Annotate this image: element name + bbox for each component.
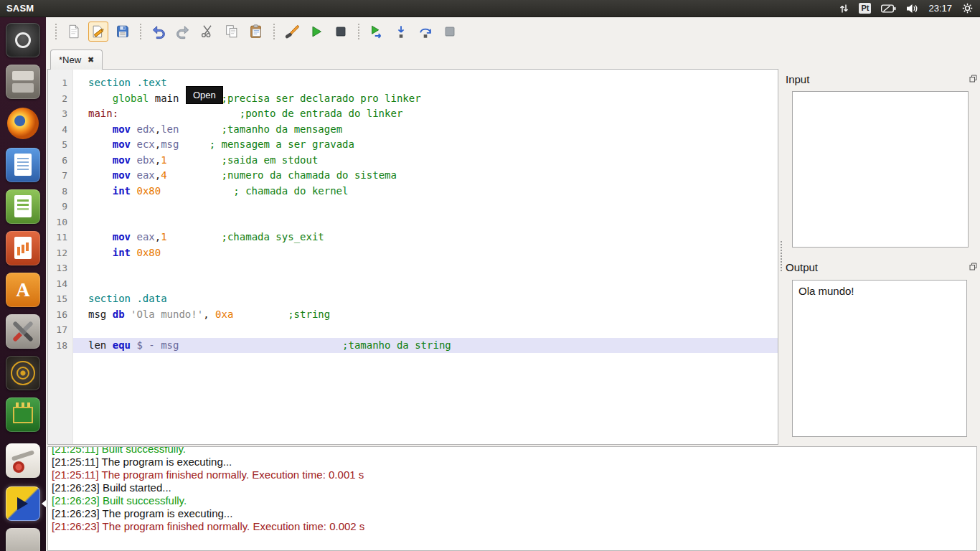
keyboard-layout-indicator[interactable]: Pt bbox=[859, 3, 871, 14]
code-editor[interactable]: 1section .text2 global main ;precisa ser… bbox=[47, 69, 778, 445]
copy-button[interactable] bbox=[222, 22, 242, 42]
editor-line-16[interactable]: 16msg db 'Ola mundo!', 0xa ;string bbox=[48, 307, 778, 323]
launcher-item-sasm[interactable] bbox=[6, 486, 40, 521]
keyboard-arrows-icon[interactable] bbox=[839, 4, 849, 14]
editor-line-10[interactable]: 10 bbox=[48, 215, 778, 230]
editor-line-12[interactable]: 12 int 0x80 bbox=[48, 245, 778, 261]
code-text: main: ;ponto de entrada do linker bbox=[73, 106, 778, 122]
paste-button[interactable] bbox=[246, 22, 266, 42]
line-number[interactable]: 13 bbox=[48, 260, 73, 276]
launcher-item-hidden-app[interactable] bbox=[6, 528, 40, 551]
line-number[interactable]: 18 bbox=[48, 338, 73, 354]
program-output-box[interactable]: Ola mundo! bbox=[792, 280, 967, 437]
vertical-splitter[interactable] bbox=[778, 69, 784, 443]
save-file-button[interactable] bbox=[113, 22, 133, 42]
toolbar-grip bbox=[273, 24, 275, 39]
redo-icon bbox=[175, 24, 191, 39]
line-number[interactable]: 2 bbox=[48, 91, 73, 107]
undo-button[interactable] bbox=[149, 22, 169, 42]
code-text: section .text bbox=[73, 75, 778, 91]
detach-input-icon[interactable] bbox=[969, 75, 977, 83]
launcher-item-target-app[interactable] bbox=[6, 356, 40, 390]
editor-line-4[interactable]: 4 mov edx,len ;tamanho da mensagem bbox=[48, 122, 778, 138]
editor-line-17[interactable]: 17 bbox=[48, 322, 778, 338]
log-line: [21:25:11] The program is executing... bbox=[52, 456, 973, 468]
launcher-item-text-editor[interactable] bbox=[6, 148, 40, 182]
launcher-item-file-manager[interactable] bbox=[6, 65, 40, 99]
code-text: mov ebx,1 ;saida em stdout bbox=[73, 153, 778, 169]
launcher-item-hardware-app[interactable] bbox=[6, 397, 40, 432]
new-file-icon bbox=[66, 24, 82, 39]
editor-line-1[interactable]: 1section .text bbox=[48, 75, 778, 91]
line-number[interactable]: 5 bbox=[48, 137, 73, 153]
build-log-box[interactable]: [21:25:11] Built successfully.[21:25:11]… bbox=[47, 446, 977, 551]
editor-line-11[interactable]: 11 mov eax,1 ;chamada sys_exit bbox=[48, 230, 778, 245]
line-number[interactable]: 6 bbox=[48, 153, 73, 169]
line-number[interactable]: 3 bbox=[48, 106, 73, 122]
launcher-item-system-settings[interactable] bbox=[6, 314, 40, 349]
program-input-box[interactable] bbox=[792, 91, 969, 248]
volume-icon[interactable] bbox=[906, 4, 918, 14]
editor-line-3[interactable]: 3main: ;ponto de entrada do linker bbox=[48, 106, 778, 122]
launcher-item-libreoffice-impress[interactable] bbox=[6, 231, 40, 265]
editor-line-15[interactable]: 15section .data bbox=[48, 291, 778, 307]
stop-button[interactable] bbox=[331, 22, 351, 42]
open-file-button[interactable] bbox=[88, 22, 108, 42]
editor-line-14[interactable]: 14 bbox=[48, 276, 778, 292]
line-number[interactable]: 16 bbox=[48, 307, 73, 323]
clock[interactable]: 23:17 bbox=[928, 3, 952, 14]
editor-line-2[interactable]: 2 global main ;precisa ser declarado pro… bbox=[48, 91, 778, 107]
step-into-button[interactable] bbox=[391, 22, 411, 42]
launcher-item-documents-app[interactable] bbox=[6, 443, 40, 478]
toolbar-grip bbox=[140, 24, 141, 39]
log-line: [21:25:11] Built successfully. bbox=[52, 446, 973, 456]
code-text bbox=[73, 260, 778, 276]
io-panel: Input Output Ola mundo! bbox=[784, 69, 980, 443]
line-number[interactable]: 8 bbox=[48, 184, 73, 199]
editor-line-6[interactable]: 6 mov ebx,1 ;saida em stdout bbox=[48, 153, 778, 169]
battery-icon[interactable] bbox=[881, 4, 896, 13]
editor-line-5[interactable]: 5 mov ecx,msg ; mensagem a ser gravada bbox=[48, 137, 778, 153]
detach-output-icon[interactable] bbox=[969, 263, 977, 270]
code-text: int 0x80 bbox=[73, 245, 778, 261]
launcher-item-font-viewer[interactable]: A bbox=[6, 273, 40, 307]
build-button[interactable] bbox=[282, 22, 302, 42]
line-number[interactable]: 14 bbox=[48, 276, 73, 292]
log-line: [21:26:23] The program is executing... bbox=[52, 507, 973, 520]
log-line: [21:26:23] Build started... bbox=[52, 481, 973, 494]
editor-line-18[interactable]: 18len equ $ - msg ;tamanho da string bbox=[48, 338, 778, 354]
line-number[interactable]: 10 bbox=[48, 215, 73, 230]
line-number[interactable]: 9 bbox=[48, 199, 73, 215]
line-number[interactable]: 7 bbox=[48, 168, 73, 184]
new-file-button[interactable] bbox=[64, 22, 84, 42]
line-number[interactable]: 11 bbox=[48, 230, 73, 245]
code-text bbox=[73, 215, 778, 230]
editor-line-7[interactable]: 7 mov eax,4 ;numero da chamada do sistem… bbox=[48, 168, 778, 184]
step-over-button[interactable] bbox=[415, 22, 435, 42]
stop-debug-button[interactable] bbox=[440, 22, 460, 42]
launcher-item-libreoffice-calc[interactable] bbox=[6, 189, 40, 224]
line-number[interactable]: 15 bbox=[48, 291, 73, 307]
code-text: mov ecx,msg ; mensagem a ser gravada bbox=[73, 137, 778, 153]
editor-line-8[interactable]: 8 int 0x80 ; chamada do kernel bbox=[48, 184, 778, 199]
output-panel-label: Output bbox=[786, 261, 818, 273]
build-icon bbox=[284, 24, 300, 39]
redo-button[interactable] bbox=[173, 22, 193, 42]
code-text: mov eax,1 ;chamada sys_exit bbox=[73, 230, 778, 245]
session-gear-icon[interactable] bbox=[962, 3, 973, 14]
line-number[interactable]: 4 bbox=[48, 122, 73, 138]
tab-new[interactable]: *New ✖ bbox=[50, 50, 103, 70]
tab-close-icon[interactable]: ✖ bbox=[88, 56, 94, 64]
line-number[interactable]: 17 bbox=[48, 322, 73, 338]
launcher-item-firefox[interactable] bbox=[6, 106, 40, 141]
save-file-icon bbox=[115, 24, 131, 39]
debug-button[interactable] bbox=[367, 22, 387, 42]
line-number[interactable]: 1 bbox=[48, 75, 73, 91]
editor-line-13[interactable]: 13 bbox=[48, 260, 778, 276]
cut-button[interactable] bbox=[197, 22, 217, 42]
log-line: [21:26:23] The program finished normally… bbox=[52, 520, 973, 533]
line-number[interactable]: 12 bbox=[48, 245, 73, 261]
launcher-item-dash-home[interactable] bbox=[6, 23, 40, 57]
run-button[interactable] bbox=[306, 22, 326, 42]
editor-line-9[interactable]: 9 bbox=[48, 199, 778, 215]
